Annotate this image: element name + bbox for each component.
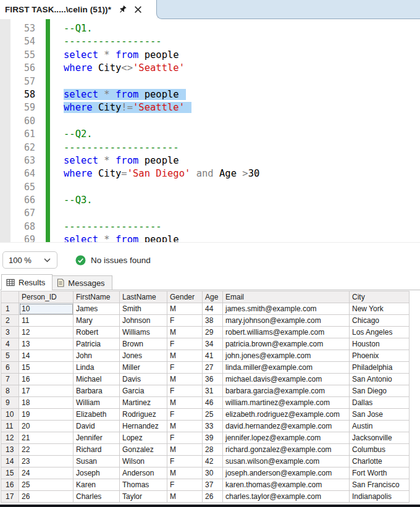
grid-row-header[interactable]: 1 [1,303,19,315]
grid-cell[interactable]: Hernandez [120,421,167,432]
grid-cell[interactable]: Chicago [350,315,410,327]
grid-cell[interactable]: Susan [74,456,120,467]
grid-cell[interactable]: mary.johnson@example.com [223,315,350,327]
grid-column-header[interactable]: Person_ID [19,291,74,303]
close-icon[interactable] [134,6,142,14]
query-document-tab[interactable]: FIRST TASK.....\celin (51))* [0,0,156,19]
code-line[interactable]: ----------------- [64,35,259,48]
sql-code-editor[interactable]: 5354555657585960616263646566676869 --Q1.… [0,19,420,243]
code-line[interactable]: ----------------- [64,220,259,233]
grid-cell[interactable]: New York [350,303,410,315]
grid-row-header[interactable]: 13 [1,444,19,456]
grid-cell[interactable]: David [74,421,120,432]
grid-column-header[interactable]: Gender [167,291,203,303]
grid-cell[interactable]: richard.gonzalez@example.com [223,444,350,456]
grid-cell[interactable]: michael.davis@example.com [223,374,350,385]
grid-cell[interactable]: Taylor [120,491,167,503]
grid-cell[interactable]: elizabeth.rodriguez@example.com [223,409,350,421]
grid-cell[interactable]: Philadelphia [350,362,410,374]
grid-cell[interactable]: 18 [19,397,74,409]
grid-cell[interactable]: 10 [19,303,74,315]
grid-cell[interactable]: Linda [74,362,120,374]
grid-cell[interactable]: Brown [120,338,167,350]
grid-cell[interactable]: 36 [203,374,223,385]
grid-cell[interactable]: 11 [19,315,74,327]
grid-cell[interactable]: 23 [19,456,74,467]
grid-row-header[interactable]: 4 [1,338,19,350]
grid-cell[interactable]: Smith [120,303,167,315]
grid-row-header[interactable]: 17 [1,491,19,503]
grid-cell[interactable]: Anderson [120,467,167,479]
grid-cell[interactable]: 44 [203,303,223,315]
grid-cell[interactable]: Martinez [120,397,167,409]
pin-icon[interactable] [118,5,127,14]
grid-cell[interactable]: 17 [19,385,74,397]
editor-zoom-dropdown[interactable]: 100 % [2,251,57,269]
grid-cell[interactable]: 28 [203,444,223,456]
grid-cell[interactable]: 29 [203,327,223,338]
grid-cell[interactable]: Columbus [350,444,410,456]
grid-cell[interactable]: M [167,350,203,362]
grid-cell[interactable]: F [167,432,203,444]
grid-cell[interactable]: 22 [19,444,74,456]
grid-row-header[interactable]: 14 [1,456,19,467]
grid-row-header[interactable]: 6 [1,362,19,374]
grid-cell[interactable]: James [74,303,120,315]
code-line[interactable]: --Q2. [64,128,259,141]
code-line[interactable]: select * from people [64,233,259,243]
grid-cell[interactable]: 25 [19,479,74,491]
grid-cell[interactable]: Robert [74,327,120,338]
grid-cell[interactable]: F [167,385,203,397]
grid-cell[interactable]: john.jones@example.com [223,350,350,362]
grid-cell[interactable]: 25 [203,409,223,421]
grid-cell[interactable]: Joseph [74,467,120,479]
grid-cell[interactable]: Williams [120,327,167,338]
grid-cell[interactable]: William [74,397,120,409]
code-line[interactable]: --Q1. [64,22,259,35]
grid-cell[interactable]: joseph.anderson@example.com [223,467,350,479]
code-line[interactable] [64,207,259,220]
grid-cell[interactable]: james.smith@example.com [223,303,350,315]
grid-cell[interactable]: robert.williams@example.com [223,327,350,338]
grid-cell[interactable]: 33 [203,421,223,432]
grid-cell[interactable]: Davis [120,374,167,385]
grid-cell[interactable]: Elizabeth [74,409,120,421]
grid-cell[interactable]: Indianapolis [350,491,410,503]
grid-cell[interactable]: F [167,456,203,467]
grid-cell[interactable]: San Jose [350,409,410,421]
grid-row-header[interactable]: 15 [1,467,19,479]
grid-column-header[interactable]: LastName [120,291,167,303]
grid-cell[interactable]: david.hernandez@example.com [223,421,350,432]
grid-cell[interactable]: 16 [19,374,74,385]
grid-cell[interactable]: Dallas [350,397,410,409]
grid-cell[interactable]: M [167,374,203,385]
grid-row-header[interactable]: 10 [1,409,19,421]
grid-cell[interactable]: M [167,397,203,409]
grid-corner-cell[interactable] [1,291,19,303]
grid-cell[interactable]: 24 [19,467,74,479]
grid-cell[interactable]: william.martinez@example.com [223,397,350,409]
grid-cell[interactable]: Fort Worth [350,467,410,479]
grid-row-header[interactable]: 7 [1,374,19,385]
grid-cell[interactable]: 34 [203,338,223,350]
code-line[interactable]: --Q3. [64,194,259,207]
code-line[interactable]: where City<>'Seattle' [64,62,259,75]
grid-cell[interactable]: Mary [74,315,120,327]
code-line[interactable]: where City='San Diego' and Age >30 [64,167,259,180]
grid-cell[interactable]: Patricia [74,338,120,350]
grid-column-header[interactable]: Age [203,291,223,303]
grid-cell[interactable]: 15 [19,362,74,374]
grid-cell[interactable]: Charlotte [350,456,410,467]
grid-cell[interactable]: susan.wilson@example.com [223,456,350,467]
grid-row-header[interactable]: 11 [1,421,19,432]
code-line[interactable] [64,181,259,194]
grid-row-header[interactable]: 16 [1,479,19,491]
grid-cell[interactable]: 39 [203,432,223,444]
grid-cell[interactable]: 30 [203,467,223,479]
grid-row-header[interactable]: 3 [1,327,19,338]
grid-cell[interactable]: Gonzalez [120,444,167,456]
grid-cell[interactable]: 41 [203,350,223,362]
grid-cell[interactable]: M [167,327,203,338]
grid-cell[interactable]: F [167,409,203,421]
grid-cell[interactable]: 38 [203,315,223,327]
